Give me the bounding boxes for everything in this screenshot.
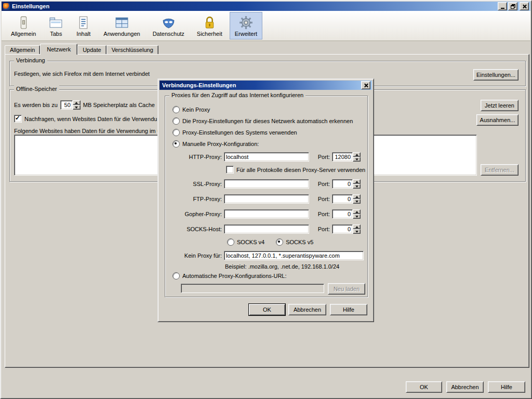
offline-ask-row[interactable]: Nachfragen, wenn Websites Daten für die … — [14, 115, 157, 123]
restore-button[interactable] — [508, 2, 517, 10]
toolbar-label: Tabs — [50, 31, 62, 37]
auto-detect-radio[interactable] — [172, 117, 180, 125]
ssl-proxy-label: SSL-Proxy: — [165, 181, 222, 187]
auto-url-input[interactable] — [181, 284, 324, 293]
arrow-up-icon — [355, 211, 358, 213]
spin-up-button[interactable] — [353, 194, 361, 199]
close-icon — [522, 4, 527, 9]
connection-settings-button[interactable]: Einstellungen... — [473, 69, 518, 81]
socks-host-input[interactable] — [224, 224, 309, 234]
spin-down-button[interactable] — [353, 184, 361, 189]
socks-v4-radio[interactable] — [227, 238, 234, 246]
manual-proxy-label: Manuelle Proxy-Konfiguration: — [182, 141, 259, 147]
tab-allgemein[interactable]: Allgemein — [5, 45, 40, 54]
privacy-mask-icon — [161, 15, 176, 30]
cache-size-prefix: Es werden bis zu — [14, 102, 58, 108]
arrow-up-icon — [355, 181, 358, 183]
socks-port-input[interactable] — [332, 224, 353, 234]
toolbar-item-anwendungen[interactable]: Anwendungen — [98, 12, 145, 39]
main-ok-button[interactable]: OK — [406, 381, 442, 393]
dialog-ok-button[interactable]: OK — [249, 304, 285, 315]
arrow-up-icon — [355, 226, 358, 228]
arrow-up-icon — [355, 196, 358, 198]
reload-button[interactable]: Neu laden — [328, 283, 365, 295]
toolbar-item-tabs[interactable]: Tabs — [43, 12, 69, 39]
gopher-port-input[interactable] — [332, 209, 353, 219]
spin-up-button[interactable] — [353, 224, 361, 229]
use-for-all-checkbox[interactable] — [226, 166, 234, 174]
auto-url-radio[interactable] — [172, 272, 180, 280]
settings-window: Einstellungen Allgemein Tabs — [0, 0, 532, 399]
exceptions-button[interactable]: Ausnahmen... — [476, 114, 518, 126]
dialog-cancel-button[interactable]: Abbrechen — [288, 304, 326, 315]
remove-website-button[interactable]: Entfernen... — [481, 164, 518, 176]
toolbar-item-erweitert[interactable]: Erweitert — [230, 12, 262, 39]
http-port-label: Port: — [313, 154, 330, 160]
http-proxy-label: HTTP-Proxy: — [165, 154, 222, 160]
applications-icon — [114, 15, 129, 30]
spin-down-button[interactable] — [353, 157, 361, 162]
spin-up-button[interactable] — [353, 209, 361, 214]
window-titlebar[interactable]: Einstellungen — [2, 2, 530, 11]
connection-description: Festlegen, wie sich Firefox mit dem Inte… — [14, 71, 150, 77]
ssl-port-input[interactable] — [332, 179, 353, 189]
window-title: Einstellungen — [12, 3, 498, 9]
manual-proxy-row[interactable]: Manuelle Proxy-Konfiguration: — [172, 140, 259, 148]
cache-size-row: Es werden bis zu MB Speicherplatz als Ca… — [14, 100, 155, 110]
no-proxy-radio[interactable] — [172, 106, 180, 113]
spin-down-button[interactable] — [73, 105, 81, 110]
toolbar-item-datenschutz[interactable]: Datenschutz — [148, 12, 190, 39]
spin-up-button[interactable] — [353, 152, 361, 157]
no-proxy-row[interactable]: Kein Proxy — [172, 106, 210, 113]
main-help-button[interactable]: Hilfe — [488, 381, 525, 393]
ssl-port-spinner — [353, 179, 361, 189]
toolbar-item-allgemein[interactable]: Allgemein — [6, 12, 41, 39]
category-toolbar: Allgemein Tabs Inhalt — [2, 11, 530, 41]
http-proxy-input[interactable] — [224, 152, 309, 162]
ssl-proxy-input[interactable] — [224, 179, 309, 189]
offline-ask-checkbox[interactable] — [14, 115, 22, 123]
dialog-close-button[interactable] — [361, 81, 370, 89]
ftp-proxy-input[interactable] — [224, 194, 309, 204]
http-port-input[interactable] — [332, 152, 353, 162]
spin-down-button[interactable] — [353, 214, 361, 219]
minimize-button[interactable] — [498, 2, 507, 10]
system-proxy-radio[interactable] — [172, 129, 180, 136]
socks-v4-label: SOCKS v4 — [237, 239, 264, 245]
cache-size-input[interactable] — [60, 100, 73, 110]
tab-update[interactable]: Update — [77, 45, 106, 54]
tab-verschluesselung[interactable]: Verschlüsselung — [107, 45, 158, 54]
dialog-title: Verbindungs-Einstellungen — [162, 82, 361, 88]
tabs-icon — [48, 15, 63, 30]
spin-up-button[interactable] — [73, 100, 81, 105]
close-button[interactable] — [520, 2, 529, 10]
ssl-port-label: Port: — [313, 181, 330, 187]
dialog-help-button[interactable]: Hilfe — [330, 304, 367, 315]
minimize-icon — [501, 4, 504, 9]
toolbar-item-inhalt[interactable]: Inhalt — [71, 12, 96, 39]
connection-settings-dialog: Verbindungs-Einstellungen Proxies für de… — [157, 78, 374, 322]
gopher-proxy-label: Gopher-Proxy: — [165, 211, 222, 217]
dialog-titlebar[interactable]: Verbindungs-Einstellungen — [159, 81, 372, 90]
use-for-all-row[interactable]: Für alle Protokolle diesen Proxy-Server … — [226, 166, 365, 174]
arrow-up-icon — [75, 102, 78, 104]
offline-ask-label: Nachfragen, wenn Websites Daten für die … — [24, 116, 157, 122]
spin-up-button[interactable] — [353, 179, 361, 184]
toolbar-label: Datenschutz — [153, 31, 184, 37]
proxy-group-legend: Proxies für den Zugriff auf das Internet… — [169, 92, 305, 98]
socks-v5-radio[interactable] — [276, 238, 283, 246]
tab-netzwerk[interactable]: Netzwerk — [40, 44, 77, 55]
clear-cache-button[interactable]: Jetzt leeren — [481, 100, 518, 111]
manual-proxy-radio[interactable] — [172, 140, 180, 148]
no-proxy-for-input[interactable] — [224, 251, 364, 260]
arrow-down-icon — [75, 107, 78, 109]
toolbar-item-sicherheit[interactable]: Sicherheit — [192, 12, 228, 39]
auto-url-row[interactable]: Automatische Proxy-Konfigurations-URL: — [172, 272, 287, 280]
gopher-proxy-input[interactable] — [224, 209, 309, 219]
main-cancel-button[interactable]: Abbrechen — [446, 381, 484, 393]
spin-down-button[interactable] — [353, 199, 361, 204]
ftp-port-input[interactable] — [332, 194, 353, 204]
auto-detect-row[interactable]: Die Proxy-Einstellungen für dieses Netzw… — [172, 117, 353, 125]
system-proxy-row[interactable]: Proxy-Einstellungen des Systems verwende… — [172, 129, 297, 136]
spin-down-button[interactable] — [353, 229, 361, 234]
